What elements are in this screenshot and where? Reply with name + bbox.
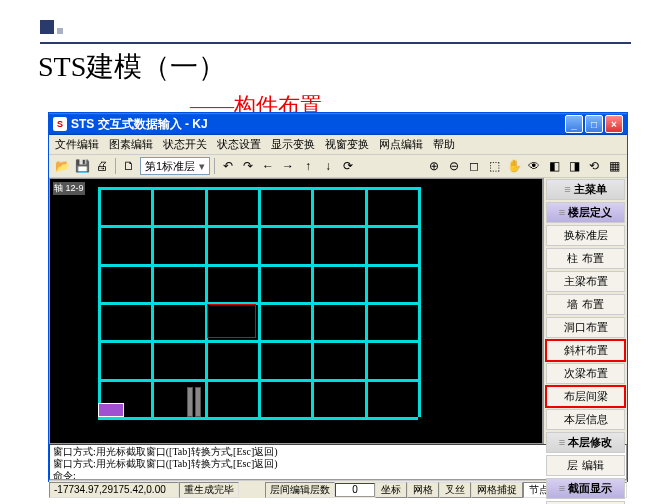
misc2-icon[interactable]: ◨ — [565, 157, 583, 175]
window-title: STS 交互式数据输入 - KJ — [71, 116, 565, 133]
menu-item[interactable]: 状态开关 — [163, 137, 207, 152]
down-icon[interactable]: ↓ — [319, 157, 337, 175]
panel-cmd[interactable]: 洞口布置 — [546, 317, 625, 338]
close-button[interactable]: × — [605, 115, 623, 133]
minimize-button[interactable]: _ — [565, 115, 583, 133]
status-toggle[interactable]: 坐标 — [375, 482, 407, 498]
panel-cmd[interactable]: 换标准层 — [546, 225, 625, 246]
pan-icon[interactable]: ✋ — [505, 157, 523, 175]
layer-select[interactable]: 第1标准层 — [140, 157, 210, 175]
statusbar: -17734.97,29175.42,0.00 重生成完毕 层间编辑层数 坐标网… — [49, 480, 627, 498]
undo-icon[interactable]: ↶ — [219, 157, 237, 175]
regen-status: 重生成完毕 — [179, 482, 239, 498]
menu-item[interactable]: 文件编辑 — [55, 137, 99, 152]
zoom-in-icon[interactable]: ⊕ — [425, 157, 443, 175]
panel-section-floor-def[interactable]: 楼层定义 — [546, 202, 625, 223]
menu-item[interactable]: 帮助 — [433, 137, 455, 152]
menubar: 文件编辑图素编辑状态开关状态设置显示变换视窗变换网点编辑帮助 — [49, 135, 627, 155]
menu-item[interactable]: 状态设置 — [217, 137, 261, 152]
menu-item[interactable]: 图素编辑 — [109, 137, 153, 152]
app-window: S STS 交互式数据输入 - KJ _ □ × 文件编辑图素编辑状态开关状态设… — [48, 112, 628, 482]
right-icon[interactable]: → — [279, 157, 297, 175]
refresh-icon[interactable]: ⟲ — [585, 157, 603, 175]
fit-icon[interactable]: ◻ — [465, 157, 483, 175]
command-log: 窗口方式:用光标截取窗口([Tab]转换方式,[Esc]返回) 窗口方式:用光标… — [49, 444, 627, 480]
zoom-out-icon[interactable]: ⊖ — [445, 157, 463, 175]
panel-cmd[interactable]: 布层间梁 — [546, 386, 625, 407]
eye-icon[interactable]: 👁 — [525, 157, 543, 175]
axis-label: 轴 12-9 — [53, 182, 85, 195]
print-icon[interactable]: 🖨 — [93, 157, 111, 175]
menu-item[interactable]: 视窗变换 — [325, 137, 369, 152]
panel-cmd[interactable]: 墙 布置 — [546, 294, 625, 315]
redo-icon[interactable]: ↷ — [239, 157, 257, 175]
panel-cmd[interactable]: 斜杆布置 — [546, 340, 625, 361]
panel-main-menu[interactable]: 主菜单 — [546, 179, 625, 200]
panel-section-section-disp[interactable]: 截面显示 — [546, 478, 625, 499]
save-icon[interactable]: 💾 — [73, 157, 91, 175]
panel-section-floor-mod[interactable]: 本层修改 — [546, 432, 625, 453]
status-toggle[interactable]: 网格 — [407, 482, 439, 498]
panel-cmd[interactable]: 主梁布置 — [546, 271, 625, 292]
panel-cmd[interactable]: 次梁布置 — [546, 363, 625, 384]
panel-cmd[interactable]: 本层信息 — [546, 409, 625, 430]
frame-icon[interactable]: ▦ — [605, 157, 623, 175]
window-zoom-icon[interactable]: ⬚ — [485, 157, 503, 175]
menu-item[interactable]: 网点编辑 — [379, 137, 423, 152]
rotate-icon[interactable]: ⟳ — [339, 157, 357, 175]
menu-item[interactable]: 显示变换 — [271, 137, 315, 152]
command-panel: 主菜单楼层定义换标准层柱 布置主梁布置墙 布置洞口布置斜杆布置次梁布置布层间梁本… — [543, 178, 627, 444]
drawing-canvas[interactable]: 轴 12-9 — [49, 178, 543, 444]
maximize-button[interactable]: □ — [585, 115, 603, 133]
floor-label: 层间编辑层数 — [265, 482, 335, 498]
up-icon[interactable]: ↑ — [299, 157, 317, 175]
toolbar-1: 📂 💾 🖨 🗋 第1标准层 ↶ ↷ ← → ↑ ↓ ⟳ ⊕ ⊖ ◻ ⬚ ✋ 👁 … — [49, 155, 627, 178]
app-icon: S — [53, 117, 67, 131]
panel-cmd[interactable]: 柱 布置 — [546, 248, 625, 269]
left-icon[interactable]: ← — [259, 157, 277, 175]
floor-input[interactable] — [335, 483, 375, 497]
coords-display: -17734.97,29175.42,0.00 — [49, 482, 179, 498]
status-toggle[interactable]: 叉丝 — [439, 482, 471, 498]
panel-cmd[interactable]: 层 编辑 — [546, 455, 625, 476]
doc-icon[interactable]: 🗋 — [120, 157, 138, 175]
open-icon[interactable]: 📂 — [53, 157, 71, 175]
status-toggle[interactable]: 网格捕捉 — [471, 482, 523, 498]
slide-title: STS建模（一） — [38, 48, 631, 86]
titlebar: S STS 交互式数据输入 - KJ _ □ × — [49, 113, 627, 135]
misc1-icon[interactable]: ◧ — [545, 157, 563, 175]
